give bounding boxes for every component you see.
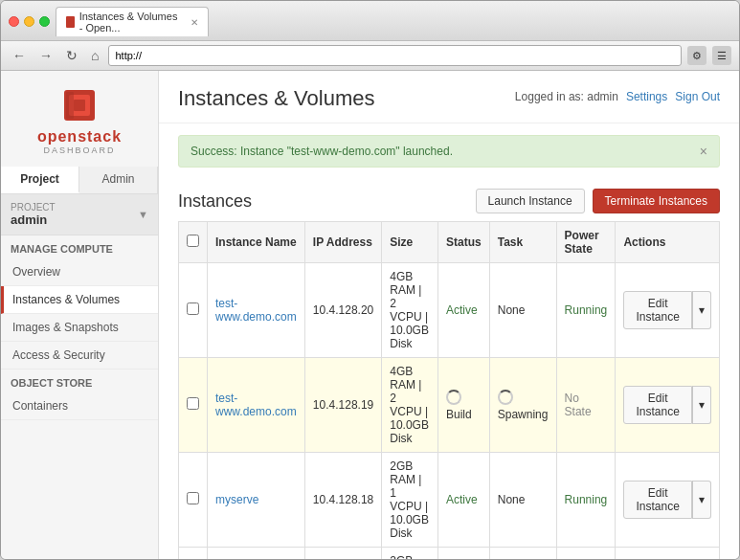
header-checkbox-col [179,222,208,263]
sidebar-tabs: Project Admin [1,167,158,194]
page-header: Instances & Volumes Logged in as: admin … [159,71,739,123]
row-power-state: Running [556,263,616,358]
instance-link[interactable]: test-www.demo.com [215,297,297,324]
sidebar-section-objectstore: Object Store [1,370,158,392]
menu-icon[interactable]: ☰ [712,46,731,65]
row-ip: 10.4.128.20 [304,263,381,358]
header-ip-address: IP Address [304,222,381,263]
refresh-button[interactable]: ↻ [62,46,81,65]
row-power-state: No State [556,358,616,453]
row-instance-name: myserver [208,548,305,560]
edit-instance-button[interactable]: Edit Instance [623,291,692,329]
close-button[interactable] [9,16,19,27]
row-status: Build [437,358,489,453]
row-task: None [489,548,556,560]
row-instance-name: test-www.demo.com [208,263,305,358]
row-instance-name: myserve [208,453,305,548]
browser-window: Instances & Volumes - Open... ✕ ← → ↻ ⌂ … [0,0,740,560]
row-status-text: Build [446,408,472,421]
table-row: myserver 10.4.128.16 2GB RAM | 1 VCPU | … [179,548,720,560]
terminate-instances-button[interactable]: Terminate Instances [593,189,720,213]
instance-link[interactable]: test-www.demo.com [215,392,297,418]
row-instance-name: test-www.demo.com [208,358,305,453]
row-checkbox[interactable] [187,302,199,315]
instance-link[interactable]: myserve [215,493,258,506]
instances-section-header: Instances Launch Instance Terminate Inst… [159,179,739,221]
tab-close-button[interactable]: ✕ [191,17,198,28]
row-task: None [489,263,556,358]
logged-in-text: Logged in as: admin [515,90,618,103]
row-status: Active [437,548,489,560]
row-actions: Edit Instance ▾ [616,453,720,548]
row-task: Spawning [489,358,556,453]
sidebar-item-instances[interactable]: Instances & Volumes [1,286,158,314]
row-status: Active [437,453,489,548]
row-checkbox-cell [179,548,208,560]
instances-title: Instances [178,191,252,212]
svg-rect-2 [74,100,85,111]
header-power-state: Power State [556,222,616,263]
header-user: Logged in as: admin Settings Sign Out [515,86,720,103]
minimize-button[interactable] [24,16,34,27]
main-content: Instances & Volumes Logged in as: admin … [159,71,739,559]
sidebar-item-images[interactable]: Images & Snapshots [1,314,158,342]
home-button[interactable]: ⌂ [87,46,102,65]
settings-link[interactable]: Settings [626,90,667,103]
sidebar-item-access[interactable]: Access & Security [1,342,158,370]
sidebar: openstack DASHBOARD Project Admin PROJEC… [1,71,159,559]
header-task: Task [489,222,556,263]
edit-instance-dropdown[interactable]: ▾ [692,291,711,329]
row-actions: Edit Instance ▾ [616,548,720,560]
sidebar-tab-project[interactable]: Project [1,167,79,193]
select-all-checkbox[interactable] [187,235,199,247]
build-spinner-icon [446,390,461,405]
row-checkbox-cell [179,453,208,548]
browser-titlebar: Instances & Volumes - Open... ✕ [1,1,739,41]
address-bar[interactable] [108,45,682,66]
logo-sub: DASHBOARD [43,146,115,155]
row-actions: Edit Instance ▾ [616,358,720,453]
success-alert: Success: Instance "test-www-demo.com" la… [178,135,720,168]
svg-rect-3 [66,92,74,119]
row-size: 2GB RAM | 1 VCPU | 10.0GB Disk [382,453,438,548]
instances-table-header-row: Instance Name IP Address Size Status Tas… [179,222,720,263]
header-actions: Actions [616,222,720,263]
browser-toolbar: ← → ↻ ⌂ ⚙ ☰ [1,41,739,71]
row-checkbox-cell [179,263,208,358]
row-actions: Edit Instance ▾ [616,263,720,358]
alert-close-button[interactable]: × [700,144,707,159]
back-button[interactable]: ← [9,46,30,65]
page-title: Instances & Volumes [178,86,374,111]
maximize-button[interactable] [39,16,50,27]
sign-out-link[interactable]: Sign Out [675,90,720,103]
row-action-group: Edit Instance ▾ [623,481,711,519]
row-checkbox[interactable] [187,492,199,504]
table-row: myserve 10.4.128.18 2GB RAM | 1 VCPU | 1… [179,453,720,548]
launch-instance-button[interactable]: Launch Instance [476,189,585,213]
row-action-group: Edit Instance ▾ [623,386,711,424]
row-checkbox-cell [179,358,208,453]
edit-instance-dropdown[interactable]: ▾ [692,386,711,424]
extensions-icon[interactable]: ⚙ [687,46,706,65]
instances-table: Instance Name IP Address Size Status Tas… [178,221,720,559]
sidebar-item-overview[interactable]: Overview [1,258,158,286]
table-row: test-www.demo.com 10.4.128.19 4GB RAM | … [179,358,720,453]
tab-title: Instances & Volumes - Open... [79,11,182,34]
browser-tab[interactable]: Instances & Volumes - Open... ✕ [56,7,209,36]
row-ip: 10.4.128.16 [304,548,381,560]
sidebar-project-label: PROJECT [11,202,56,213]
row-task-text: Spawning [498,408,549,421]
project-dropdown-arrow: ▼ [138,209,148,220]
forward-button[interactable]: → [35,46,56,65]
edit-instance-button[interactable]: Edit Instance [623,386,692,424]
sidebar-project[interactable]: PROJECT admin ▼ [1,194,158,235]
edit-instance-dropdown[interactable]: ▾ [692,481,711,519]
row-size: 4GB RAM | 2 VCPU | 10.0GB Disk [382,263,438,358]
edit-instance-button[interactable]: Edit Instance [623,481,692,519]
row-checkbox[interactable] [187,397,199,410]
header-status: Status [437,222,489,263]
sidebar-item-containers[interactable]: Containers [1,392,158,420]
sidebar-tab-admin[interactable]: Admin [79,167,158,193]
sidebar-project-info: PROJECT admin [11,202,56,227]
traffic-lights [9,16,50,27]
